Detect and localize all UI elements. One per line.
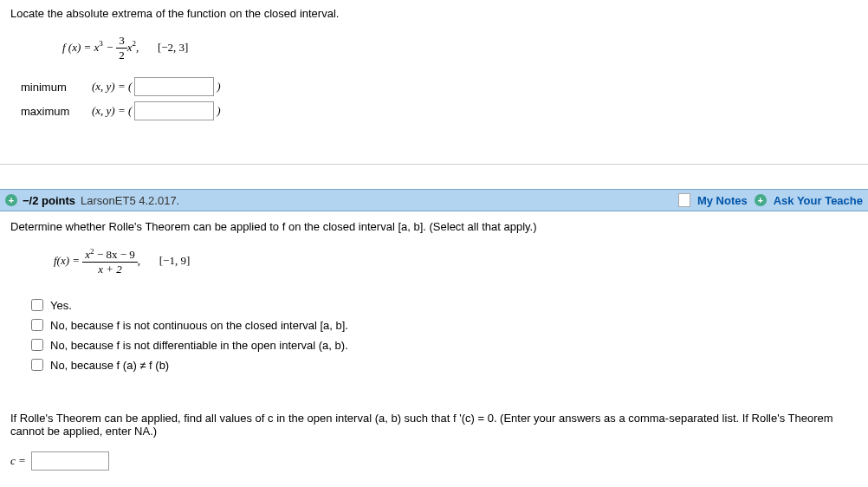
plus-icon[interactable]: + (755, 194, 767, 206)
q2-interval: [−1, 9] (159, 254, 191, 267)
option-label: No, because f (a) ≠ f (b) (50, 359, 169, 372)
q2-instruction: Determine whether Rolle's Theorem can be… (10, 220, 858, 233)
q2-followup: If Rolle's Theorem can be applied, find … (0, 396, 868, 443)
option-row: No, because f (a) ≠ f (b) (31, 359, 858, 372)
my-notes-link[interactable]: My Notes (697, 194, 748, 207)
expand-icon[interactable]: + (5, 194, 17, 206)
question-2: Determine whether Rolle's Theorem can be… (0, 211, 868, 396)
option-label: Yes. (50, 299, 72, 312)
c-label: c = (10, 454, 26, 468)
ask-teacher-link[interactable]: Ask Your Teache (774, 194, 863, 207)
points-text: −/2 points (23, 194, 75, 207)
q1-func-lhs: f (x) = x (62, 41, 99, 54)
minimum-label: minimum (21, 81, 92, 94)
note-icon[interactable] (678, 193, 690, 207)
option-checkbox-1[interactable] (31, 299, 43, 311)
q1-formula: f (x) = x3 − 32x2, [−2, 3] (10, 27, 858, 72)
maximum-input[interactable] (134, 101, 214, 120)
q1-instruction: Locate the absolute extrema of the funct… (10, 7, 858, 20)
q1-interval: [−2, 3] (158, 41, 189, 54)
c-input[interactable] (31, 451, 109, 471)
option-label: No, because f is not differentiable in t… (50, 339, 348, 352)
q2-header: + −/2 points LarsonET5 4.2.017. My Notes… (0, 189, 868, 211)
exercise-ref: LarsonET5 4.2.017. (81, 194, 179, 207)
q1-min-row: minimum (x, y) = ( ) (21, 77, 858, 96)
q2-options: Yes. No, because f is not continuous on … (10, 289, 858, 387)
option-checkbox-2[interactable] (31, 319, 43, 331)
option-label: No, because f is not continuous on the c… (50, 319, 348, 332)
q2-fraction: x2 − 8x − 9x + 2 (82, 247, 138, 276)
option-row: No, because f is not differentiable in t… (31, 339, 858, 352)
option-row: Yes. (31, 299, 858, 312)
option-checkbox-4[interactable] (31, 359, 43, 371)
option-checkbox-3[interactable] (31, 339, 43, 351)
question-1: Locate the absolute extrema of the funct… (0, 0, 868, 140)
c-answer-row: c = (0, 443, 868, 479)
q2-formula: f(x) = x2 − 8x − 9x + 2, [−1, 9] (10, 240, 858, 289)
q1-fraction: 32 (116, 34, 127, 62)
q1-max-row: maximum (x, y) = ( ) (21, 101, 858, 120)
maximum-label: maximum (21, 105, 92, 118)
section-divider (0, 164, 868, 165)
minimum-input[interactable] (134, 77, 214, 96)
option-row: No, because f is not continuous on the c… (31, 319, 858, 332)
